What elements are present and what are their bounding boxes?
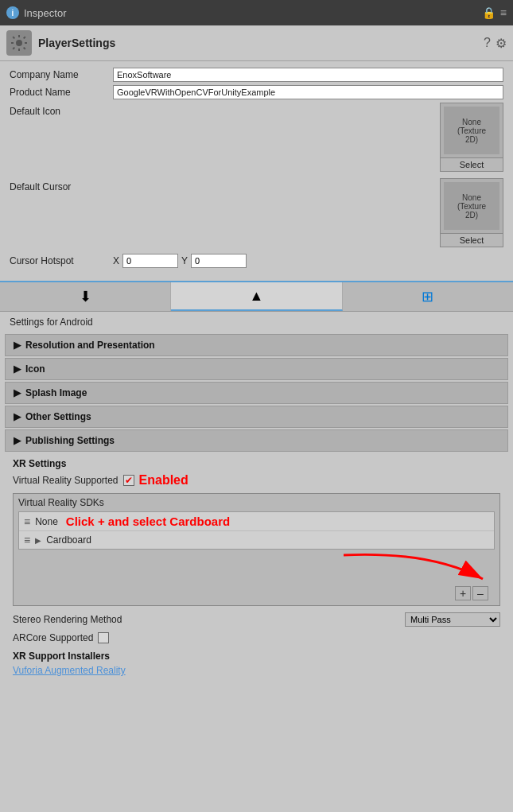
menu-icon[interactable]: ≡ [500,6,507,19]
panel-title: PlayerSettings [38,37,477,49]
arcore-checkbox[interactable] [98,632,109,643]
other-section[interactable]: ▶ Other Settings [5,406,508,428]
inspector-icon: i [6,6,19,19]
company-name-row: Company Name [10,68,503,82]
publishing-header[interactable]: ▶ Publishing Settings [6,430,507,451]
product-name-row: Product Name [10,85,503,99]
instruction-arrow [336,551,495,583]
xr-section: XR Settings Virtual Reality Supported ✔ … [5,453,508,682]
y-axis-label: Y [181,255,188,266]
panel-header: PlayerSettings ? ⚙ [0,25,513,61]
help-icon[interactable]: ? [484,36,491,51]
resolution-section[interactable]: ▶ Resolution and Presentation [5,334,508,356]
sdk-controls: + – [18,585,495,602]
player-settings-icon [6,30,32,56]
default-cursor-select-btn[interactable]: Select [441,233,503,247]
splash-label: Splash Image [25,387,87,398]
icon-section[interactable]: ▶ Icon [5,358,508,380]
settings-for-label: Settings for Android [0,312,513,332]
desktop-icon: ⬇ [80,288,91,305]
cursor-hotspot-row: Cursor Hotspot X Y [10,254,503,268]
vr-sdks-box: Virtual Reality SDKs ≡ None Click + and … [13,493,500,606]
title-bar-controls: 🔒 ≡ [482,6,507,19]
icon-collapse-icon: ▶ [14,363,21,375]
tab-windows[interactable]: ⊞ [343,282,513,311]
default-cursor-row: Default Cursor None(Texture2D) Select [10,178,503,247]
company-name-label: Company Name [10,69,113,80]
settings-icon[interactable]: ⚙ [496,36,507,51]
cursor-hotspot-label: Cursor Hotspot [10,255,113,266]
stereo-label: Stereo Rendering Method [13,614,400,625]
resolution-label: Resolution and Presentation [25,340,155,351]
cardboard-expand-arrow[interactable]: ▶ [35,536,41,545]
xr-header: XR Settings [5,453,508,471]
other-collapse-icon: ▶ [14,411,21,422]
panel-actions: ? ⚙ [484,36,507,51]
cursor-x-input[interactable] [122,254,178,268]
sdk-add-btn[interactable]: + [455,586,471,600]
vr-supported-row: Virtual Reality Supported ✔ Enabled [5,471,508,490]
default-cursor-box: None(Texture2D) [444,182,499,230]
android-icon: ▲ [250,288,264,305]
collapse-icon: ▶ [14,340,21,351]
sdk-remove-btn[interactable]: – [472,586,488,600]
arcore-label: ARCore Supported [13,632,93,643]
sdk-cardboard-label: Cardboard [46,534,91,546]
vr-sdks-label: Virtual Reality SDKs [18,497,104,508]
icon-section-label: Icon [25,363,45,375]
click-instruction: Click + and select Cardboard [63,515,230,528]
product-name-label: Product Name [10,87,113,98]
publishing-label: Publishing Settings [25,435,115,446]
publishing-section[interactable]: ▶ Publishing Settings [5,429,508,452]
resolution-header[interactable]: ▶ Resolution and Presentation [6,335,507,355]
splash-header[interactable]: ▶ Splash Image [6,383,507,403]
default-icon-select-btn[interactable]: Select [441,157,503,171]
title-bar-label: Inspector [24,7,66,19]
splash-collapse-icon: ▶ [14,387,21,398]
hotspot-fields: X Y [113,254,503,268]
arcore-row: ARCore Supported [5,630,508,646]
default-icon-preview: None(Texture2D) Select [440,103,503,172]
drag-handle-none: ≡ [24,515,30,528]
x-axis-label: X [113,255,119,266]
sdk-item-none: ≡ None Click + and select Cardboard [19,512,494,531]
xr-support-header: XR Support Installers [5,646,508,663]
publishing-collapse-icon: ▶ [14,435,21,446]
default-icon-row: Default Icon None(Texture2D) Select [10,103,503,172]
cursor-y-input[interactable] [191,254,247,268]
default-cursor-preview: None(Texture2D) Select [440,178,503,247]
stereo-row: Stereo Rendering Method Multi Pass Singl… [5,609,508,630]
default-icon-box: None(Texture2D) [444,107,499,154]
sdk-none-label: None [35,516,58,527]
product-name-input[interactable] [113,85,503,99]
vuforia-link[interactable]: Vuforia Augmented Reality [5,663,508,682]
stereo-select[interactable]: Multi Pass Single Pass [405,612,500,627]
inspector-panel: PlayerSettings ? ⚙ Company Name Product … [0,25,513,682]
windows-icon: ⊞ [422,288,433,305]
company-name-input[interactable] [113,68,503,82]
sdk-list: ≡ None Click + and select Cardboard ≡ ▶ … [18,511,495,550]
enabled-text: Enabled [139,473,188,488]
other-header[interactable]: ▶ Other Settings [6,406,507,427]
vr-supported-label: Virtual Reality Supported [13,475,119,486]
splash-section[interactable]: ▶ Splash Image [5,382,508,404]
default-cursor-label: Default Cursor [10,178,113,192]
lock-icon[interactable]: 🔒 [482,6,496,19]
form-section: Company Name Product Name Default Icon N… [0,61,513,281]
icon-header[interactable]: ▶ Icon [6,359,507,379]
sdk-item-cardboard: ≡ ▶ Cardboard [19,531,494,549]
other-label: Other Settings [25,411,91,422]
drag-handle-cardboard: ≡ [24,534,30,546]
tab-android[interactable]: ▲ [171,282,342,311]
svg-point-0 [16,40,22,46]
platform-tabs: ⬇ ▲ ⊞ [0,281,513,312]
tab-desktop[interactable]: ⬇ [0,282,171,311]
default-icon-label: Default Icon [10,103,113,117]
title-bar: i Inspector 🔒 ≡ [0,0,513,25]
vr-supported-checkbox[interactable]: ✔ [123,475,134,486]
